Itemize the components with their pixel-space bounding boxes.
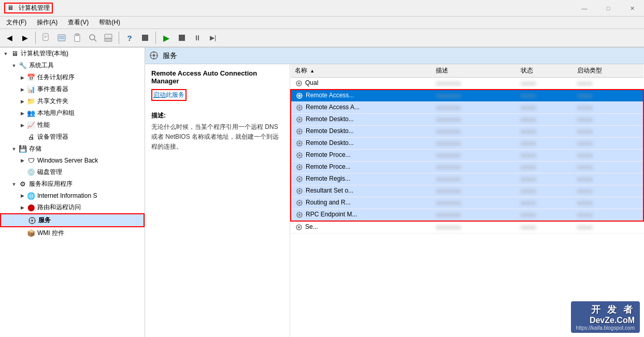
service-desc-cell: xxxxxxxx	[432, 209, 516, 222]
sidebar-item-services-apps[interactable]: ▼ ⚙ 服务和应用程序	[0, 178, 145, 190]
svg-point-138	[298, 214, 300, 216]
toggle-root[interactable]: ▼	[2, 50, 9, 57]
play-button[interactable]: ▶	[159, 31, 174, 45]
pause-button[interactable]: ⏸	[190, 31, 205, 45]
step-button[interactable]: ▶|	[206, 31, 220, 45]
list-button[interactable]	[54, 31, 69, 45]
desc-text: 无论什么时候，当某个程序引用一个远程 DNS 或者 NetBIOS 名称或者地址…	[151, 122, 283, 152]
table-row[interactable]: Remote Deskto...xxxxxxxxxxxxxxxxxx	[291, 138, 643, 150]
toggle-shared-folders[interactable]: ▶	[19, 98, 26, 105]
sidebar-item-system-tools[interactable]: ▼ 🔧 系统工具	[0, 60, 145, 71]
clipboard-button[interactable]	[70, 31, 84, 45]
services-header-icon	[149, 51, 160, 61]
toggle-windows-backup[interactable]: ▶	[19, 157, 26, 164]
table-panel: 名称 ▲ 描述 状态 启动类型	[290, 64, 644, 337]
service-status-cell: xxxxx	[517, 173, 573, 185]
column-desc[interactable]: 描述	[432, 64, 516, 78]
column-status[interactable]: 状态	[517, 64, 573, 78]
forward-button[interactable]: ▶	[18, 31, 32, 45]
sidebar-item-windows-backup[interactable]: ▶ 🛡 Windows Server Back	[0, 155, 145, 166]
search-button[interactable]	[85, 31, 100, 45]
sidebar-label-device-manager: 设备管理器	[37, 133, 68, 141]
sidebar-item-task-scheduler[interactable]: ▶ 📅 任务计划程序	[0, 71, 145, 83]
toggle-routing[interactable]: ▶	[19, 204, 26, 211]
menu-view[interactable]: 查看(V)	[64, 17, 93, 28]
table-row[interactable]: Remote Regis...xxxxxxxxxxxxxxxxxx	[291, 173, 643, 185]
service-name-cell: Remote Proce...	[291, 150, 432, 162]
stop-icon	[178, 34, 185, 41]
sidebar-item-event-viewer[interactable]: ▶ 📊 事件查看器	[0, 83, 145, 95]
svg-point-108	[298, 178, 300, 180]
maximize-button[interactable]: □	[596, 0, 620, 17]
start-service-link[interactable]: 启动此服务	[151, 89, 187, 101]
service-desc-text: xxxxxxxx	[436, 199, 461, 207]
toolbar-separator-1	[35, 32, 36, 44]
sidebar-item-wmi[interactable]: ▶ 📦 WMI 控件	[0, 227, 145, 239]
start-label[interactable]: 启动	[153, 91, 166, 98]
menu-file[interactable]: 文件(F)	[2, 17, 31, 28]
table-row[interactable]: Resultant Set o...xxxxxxxxxxxxxxxxxx	[291, 185, 643, 197]
toggle-iis[interactable]: ▶	[19, 192, 26, 199]
sidebar-item-iis[interactable]: ▶ 🌐 Internet Information S	[0, 190, 145, 201]
table-row[interactable]: Qualxxxxxxxxxxxxxxxxxx	[291, 78, 643, 90]
toggle-services-apps[interactable]: ▼	[10, 181, 18, 188]
service-name-cell: Remote Access A...	[291, 102, 432, 114]
toggle-local-users[interactable]: ▶	[19, 110, 26, 117]
table-row[interactable]: RPC Endpoint M...xxxxxxxxxxxxxxxxxx	[291, 209, 643, 222]
sidebar-item-root[interactable]: ▼ 🖥 计算机管理(本地)	[0, 48, 145, 60]
service-starttype-cell: xxxxx	[573, 162, 643, 173]
service-name-cell: Remote Proce...	[291, 162, 432, 173]
toggle-system-tools[interactable]: ▼	[10, 62, 18, 69]
service-name-text: RPC Endpoint M...	[306, 211, 357, 218]
table-row[interactable]: Se...xxxxxxxxxxxxxxxxxx	[291, 221, 643, 233]
sidebar-item-performance[interactable]: ▶ 📈 性能	[0, 119, 145, 131]
toggle-task-scheduler[interactable]: ▶	[19, 74, 26, 81]
square-button[interactable]	[138, 31, 152, 45]
toggle-storage[interactable]: ▼	[10, 145, 18, 153]
local-users-icon: 👥	[27, 109, 35, 118]
sidebar-item-device-manager[interactable]: ▶ 🖨 设备管理器	[0, 131, 145, 143]
table-row[interactable]: Remote Proce...xxxxxxxxxxxxxxxxxx	[291, 150, 643, 162]
close-button[interactable]: ✕	[620, 0, 644, 17]
stop-button[interactable]	[175, 31, 189, 45]
table-row[interactable]: Remote Access A...xxxxxxxxxxxxxxxxxx	[291, 102, 643, 114]
content-body: Remote Access Auto Connection Manager 启动…	[145, 64, 644, 337]
event-viewer-icon: 📊	[27, 85, 35, 94]
service-name-title: Remote Access Auto Connection Manager	[151, 69, 283, 85]
service-starttype-text: xxxxx	[577, 116, 593, 123]
table-row[interactable]: Remote Access...xxxxxxxxxxxxxxxxxx	[291, 90, 643, 102]
sidebar-item-disk-management[interactable]: ▶ 💿 磁盘管理	[0, 166, 145, 178]
toggle-event-viewer[interactable]: ▶	[19, 86, 26, 93]
svg-point-16	[31, 219, 33, 222]
column-starttype[interactable]: 启动类型	[573, 64, 643, 78]
square-icon	[141, 34, 149, 41]
service-name-text: Remote Access...	[306, 92, 354, 99]
table-row[interactable]: Remote Proce...xxxxxxxxxxxxxxxxxx	[291, 162, 643, 173]
service-starttype-text: xxxxx	[577, 175, 593, 183]
sidebar-item-local-users[interactable]: ▶ 👥 本地用户和组	[0, 107, 145, 119]
help-button[interactable]: ?	[122, 31, 137, 45]
table-row[interactable]: Remote Deskto...xxxxxxxxxxxxxxxxxx	[291, 114, 643, 126]
table-row[interactable]: Routing and R...xxxxxxxxxxxxxxxxxx	[291, 197, 643, 209]
table-row[interactable]: Remote Deskto...xxxxxxxxxxxxxxxxxx	[291, 126, 643, 138]
sidebar-item-services[interactable]: ▶ 服务	[0, 213, 145, 227]
service-status-text: xxxxx	[521, 140, 536, 147]
menu-help[interactable]: 帮助(H)	[95, 17, 124, 28]
menu-action[interactable]: 操作(A)	[33, 17, 62, 28]
back-button[interactable]: ◀	[2, 31, 17, 45]
sidebar-label-disk-management: 磁盘管理	[37, 168, 62, 177]
minimize-button[interactable]: —	[573, 0, 596, 17]
service-starttype-text: xxxxx	[577, 140, 593, 147]
sidebar-item-shared-folders[interactable]: ▶ 📁 共享文件夹	[0, 95, 145, 107]
service-name-text: Qual	[305, 79, 318, 86]
service-desc-cell: xxxxxxxx	[432, 114, 516, 126]
toggle-performance[interactable]: ▶	[19, 122, 26, 129]
sidebar-item-storage[interactable]: ▼ 💾 存储	[0, 143, 145, 155]
sidebar-item-routing[interactable]: ▶ ⬤ 路由和远程访问	[0, 201, 145, 213]
document-button[interactable]	[39, 31, 53, 45]
export-button[interactable]	[101, 31, 116, 45]
column-name[interactable]: 名称 ▲	[291, 64, 432, 78]
sidebar-label-shared-folders: 共享文件夹	[37, 97, 68, 106]
computer-icon: 🖥	[10, 50, 19, 58]
service-desc-text: xxxxxxxx	[436, 140, 461, 147]
